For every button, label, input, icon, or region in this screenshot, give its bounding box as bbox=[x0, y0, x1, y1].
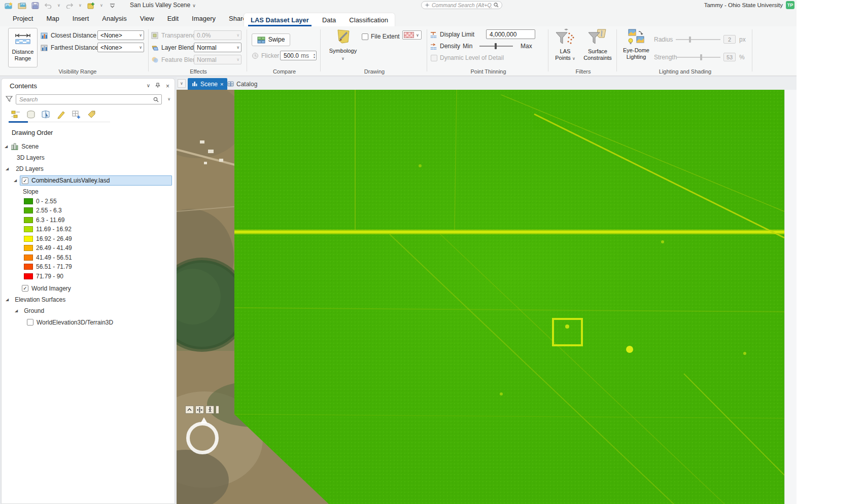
file-extent-checkbox[interactable] bbox=[362, 33, 368, 40]
tree-node-elevation-surfaces[interactable]: ◢ Elevation Surfaces bbox=[6, 295, 65, 304]
terrain3d-checkbox[interactable] bbox=[27, 319, 33, 326]
view-tab-catalog[interactable]: Catalog bbox=[223, 78, 261, 90]
undo-dropdown-icon[interactable]: ∨ bbox=[56, 3, 62, 8]
display-limit-input[interactable]: 4,000,000 bbox=[486, 29, 535, 39]
density-slider[interactable] bbox=[479, 43, 513, 50]
save-project-icon[interactable] bbox=[29, 1, 41, 10]
drawing-order-heading: Drawing Order bbox=[12, 129, 53, 136]
lasd-layer-checkbox[interactable]: ✓ bbox=[22, 177, 28, 184]
surface-constraints-icon bbox=[587, 28, 608, 47]
tree-node-ground[interactable]: ◢ Ground bbox=[15, 306, 44, 315]
distance-range-icon bbox=[14, 32, 31, 46]
undo-icon[interactable] bbox=[43, 1, 54, 10]
contents-search-input[interactable]: Search bbox=[16, 94, 162, 104]
las-points-filter-icon bbox=[555, 28, 575, 47]
expander-icon[interactable]: ◢ bbox=[15, 308, 18, 312]
add-package-icon[interactable] bbox=[85, 1, 96, 10]
list-by-labeling-icon[interactable] bbox=[86, 109, 98, 120]
tab-insert[interactable]: Insert bbox=[66, 15, 96, 22]
expander-icon[interactable]: ◢ bbox=[6, 297, 9, 301]
pin-icon[interactable] bbox=[155, 83, 160, 89]
redo-icon[interactable] bbox=[64, 1, 75, 10]
navigator-compass[interactable] bbox=[186, 422, 219, 454]
scene-map-canvas bbox=[177, 90, 784, 504]
tab-map[interactable]: Map bbox=[40, 15, 65, 22]
tree-node-2d-layers[interactable]: ◢ 2D Layers bbox=[6, 164, 44, 173]
tab-data[interactable]: Data bbox=[316, 13, 342, 26]
legend-swatch bbox=[24, 273, 33, 279]
group-drawing: Symbology ∨ File Extent ∨ Drawing bbox=[322, 26, 427, 75]
las-points-button[interactable]: LAS Points ∨ bbox=[551, 28, 579, 62]
list-by-data-source-icon[interactable] bbox=[25, 109, 37, 120]
tree-node-slope[interactable]: Slope bbox=[23, 187, 39, 196]
view-tab-list-icon[interactable]: ∨ bbox=[178, 79, 186, 88]
close-icon[interactable]: × bbox=[166, 83, 169, 90]
title-bar: ∨ ∨ ∨ San Luis Valley Scene∨ Command Sea… bbox=[0, 0, 797, 11]
group-lighting-shading: Eye-Dome Lighting Radius 2 px Strength 5… bbox=[618, 26, 752, 75]
list-by-selection-icon[interactable] bbox=[40, 109, 52, 120]
scene-viewport[interactable] bbox=[177, 90, 797, 504]
swipe-button[interactable]: Swipe bbox=[252, 33, 290, 46]
list-by-editing-icon[interactable] bbox=[55, 109, 67, 120]
farthest-distance-icon bbox=[41, 44, 48, 51]
onscreen-nav-buttons bbox=[185, 406, 219, 414]
list-by-snapping-icon[interactable] bbox=[71, 109, 83, 120]
open-project-icon[interactable] bbox=[16, 1, 27, 10]
signed-in-user[interactable]: Tammy - Ohio State University bbox=[704, 2, 783, 8]
view-tab-scene[interactable]: Scene × bbox=[188, 78, 227, 90]
search-options-dropdown-icon[interactable]: ∨ bbox=[167, 97, 170, 101]
command-search-box[interactable]: Command Search (Alt+Q) bbox=[421, 1, 502, 9]
farthest-distance-select[interactable]: <None>∨ bbox=[97, 43, 144, 52]
tab-las-dataset-layer[interactable]: LAS Dataset Layer bbox=[244, 13, 316, 26]
density-min-label: Min bbox=[463, 43, 472, 50]
tab-project[interactable]: Project bbox=[6, 15, 40, 22]
flicker-interval-spinner[interactable]: 500.0ms ▴▾ bbox=[280, 51, 317, 60]
tree-node-lasd-layer[interactable]: ✓ CombinedSanLuisValley.lasd bbox=[20, 175, 172, 186]
pan-icon[interactable] bbox=[195, 406, 204, 414]
new-project-icon[interactable] bbox=[3, 1, 14, 10]
filter-icon[interactable] bbox=[6, 95, 13, 102]
tree-node-scene[interactable]: ◢ Scene bbox=[5, 141, 39, 151]
layer-blend-label: Layer Blend bbox=[161, 44, 194, 51]
surface-constraints-button[interactable]: Surface Constraints bbox=[580, 28, 615, 61]
legend-item: 71.79 - 90 bbox=[24, 271, 63, 281]
eye-dome-lighting-button[interactable]: Eye-Dome Lighting bbox=[620, 28, 652, 60]
symbology-button[interactable]: Symbology ∨ bbox=[327, 28, 359, 62]
strength-value: 53 bbox=[723, 53, 736, 61]
tab-classification[interactable]: Classification bbox=[342, 13, 395, 26]
view-tab-strip: ∨ Scene × Catalog bbox=[177, 77, 797, 90]
world-imagery-checkbox[interactable]: ✓ bbox=[22, 285, 28, 292]
layer-blend-icon bbox=[151, 44, 159, 51]
spinner-down-icon[interactable]: ▾ bbox=[314, 56, 315, 59]
expander-icon[interactable]: ◢ bbox=[14, 178, 17, 182]
legend-item: 0 - 2.55 bbox=[24, 196, 57, 206]
tab-view[interactable]: View bbox=[133, 15, 161, 22]
tab-analysis[interactable]: Analysis bbox=[95, 15, 133, 22]
pedestrian-mode-icon[interactable] bbox=[205, 406, 214, 414]
group-filters: LAS Points ∨ Surface Constraints Filters bbox=[550, 26, 616, 75]
arcgis-pro-window: ∨ ∨ ∨ San Luis Valley Scene∨ Command Sea… bbox=[0, 0, 797, 504]
expander-icon[interactable]: ◢ bbox=[6, 166, 9, 170]
project-title[interactable]: San Luis Valley Scene∨ bbox=[130, 2, 196, 9]
redo-dropdown-icon[interactable]: ∨ bbox=[77, 3, 83, 8]
tab-edit[interactable]: Edit bbox=[161, 15, 185, 22]
distance-range-button[interactable]: Distance Range bbox=[8, 28, 38, 67]
customize-toolbar-icon[interactable] bbox=[107, 1, 118, 10]
group-caption-compare: Compare bbox=[249, 68, 320, 75]
nav-more-icon[interactable] bbox=[216, 406, 219, 414]
tree-node-terrain3d[interactable]: WorldElevation3D/Terrain3D bbox=[27, 317, 113, 327]
expander-icon[interactable]: ◢ bbox=[5, 144, 8, 148]
tree-node-3d-layers[interactable]: 3D Layers bbox=[17, 153, 45, 162]
layer-blend-select[interactable]: Normal∨ bbox=[194, 43, 241, 52]
strength-slider bbox=[676, 54, 720, 61]
add-package-dropdown-icon[interactable]: ∨ bbox=[98, 3, 105, 8]
user-avatar[interactable]: TP bbox=[786, 1, 794, 9]
tab-imagery[interactable]: Imagery bbox=[185, 15, 222, 22]
contents-collapse-icon[interactable]: ∨ bbox=[147, 83, 150, 88]
closest-distance-select[interactable]: <None>∨ bbox=[97, 30, 144, 40]
expand-navigator-icon[interactable] bbox=[185, 406, 194, 414]
tree-node-world-imagery[interactable]: ✓ World Imagery bbox=[22, 283, 71, 293]
file-extent-color-picker[interactable]: ∨ bbox=[402, 30, 422, 40]
radius-unit: px bbox=[739, 34, 746, 45]
list-by-drawing-order-icon[interactable] bbox=[10, 109, 22, 120]
